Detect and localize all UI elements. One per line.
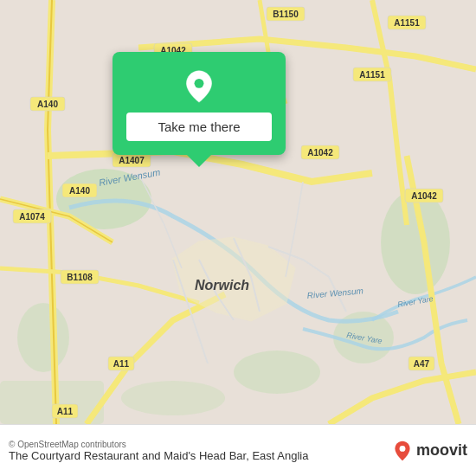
moovit-pin-icon <box>392 441 413 461</box>
moovit-brand-text: moovit <box>416 441 467 460</box>
map-attribution: © OpenStreetMap contributors <box>9 440 392 449</box>
svg-point-5 <box>121 381 225 415</box>
svg-text:A1407: A1407 <box>119 156 145 165</box>
svg-text:A140: A140 <box>69 186 90 196</box>
bottom-bar: © OpenStreetMap contributors The Courtya… <box>0 424 476 476</box>
svg-text:B1150: B1150 <box>273 10 299 19</box>
venue-name: The Courtyard Restaurant and Maid's Head… <box>9 449 392 462</box>
svg-text:A1151: A1151 <box>394 18 420 28</box>
map-container: River Wensum River Wensum River Yare Riv… <box>0 0 476 424</box>
svg-text:Norwich: Norwich <box>195 278 249 293</box>
svg-text:A11: A11 <box>57 407 74 416</box>
svg-point-4 <box>234 351 320 394</box>
moovit-logo: moovit <box>392 441 467 461</box>
take-me-there-button[interactable]: Take me there <box>126 113 272 141</box>
location-pin-icon <box>182 69 216 104</box>
svg-text:A1151: A1151 <box>359 70 385 80</box>
svg-text:B1108: B1108 <box>67 273 93 282</box>
svg-text:A11: A11 <box>113 359 130 369</box>
svg-text:A1074: A1074 <box>19 212 45 222</box>
svg-point-42 <box>400 446 406 452</box>
svg-text:A1042: A1042 <box>411 191 437 201</box>
svg-text:A47: A47 <box>414 359 430 369</box>
svg-text:A140: A140 <box>37 100 58 109</box>
svg-text:A1042: A1042 <box>307 148 333 158</box>
svg-point-41 <box>195 79 204 88</box>
popup-overlay: Take me there <box>113 52 286 155</box>
svg-point-6 <box>17 303 69 372</box>
